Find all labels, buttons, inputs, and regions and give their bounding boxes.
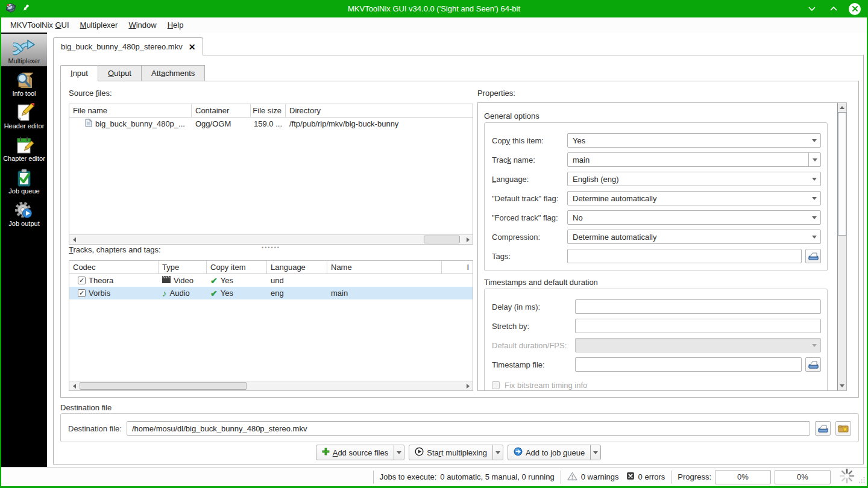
tags-label: Tags:: [492, 252, 564, 261]
file-tab-label: big_buck_bunny_480p_stereo.mkv: [61, 42, 183, 51]
action-buttons: Add source files: [54, 445, 863, 460]
properties-vscrollbar[interactable]: [837, 103, 846, 390]
input-page: Source files: File name Container File s…: [60, 81, 859, 398]
start-multiplexing-button[interactable]: Start multiplexing: [409, 445, 503, 460]
multiplexer-icon: [13, 39, 35, 57]
track-checkbox[interactable]: ✓: [78, 277, 86, 284]
track-row-vorbis[interactable]: ✓ Vorbis ♪ Audio ✔ Yes: [69, 287, 473, 299]
col-file-size: File size: [251, 104, 286, 117]
menu-mkvtoolnix-gui[interactable]: MKVToolNix GUI: [5, 19, 75, 31]
scroll-left-icon[interactable]: [69, 235, 79, 244]
tags-input[interactable]: [567, 249, 802, 263]
maximize-icon[interactable]: [827, 2, 840, 16]
delay-label: Delay (in ms):: [492, 302, 575, 311]
scroll-left-icon[interactable]: [69, 381, 79, 390]
blue-arrow-icon: [514, 447, 523, 458]
titlebar: MKVToolNix GUI v34.0.0 ('Sight and Seen'…: [0, 0, 868, 17]
browse-tags-button[interactable]: [805, 249, 821, 263]
track-codec: Vorbis: [89, 289, 110, 298]
progress-bar-total: 0%: [775, 470, 831, 484]
chevron-down-icon[interactable]: [808, 153, 820, 166]
col-file-name: File name: [69, 104, 192, 117]
minimize-icon[interactable]: [805, 2, 819, 16]
scroll-right-icon[interactable]: [463, 235, 473, 244]
compression-combo[interactable]: Determine automatically: [567, 230, 821, 244]
source-files-table: File name Container File size Directory: [69, 104, 473, 245]
track-row-theora[interactable]: ✓ Theora: [69, 274, 473, 287]
window-title: MKVToolNix GUI v34.0.0 ('Sight and Seen'…: [0, 4, 868, 13]
tracks-label: Tracks, chapters and tags:: [69, 245, 161, 254]
source-file-row[interactable]: big_buck_bunny_480p_... Ogg/OGM 159.0 ..…: [69, 117, 473, 130]
multiplexer-pane: Input Output Attachments Source files: F…: [53, 55, 864, 465]
browse-destination-button[interactable]: [815, 421, 831, 436]
timestamp-file-label: Timestamp file:: [492, 360, 571, 369]
col-id: I: [442, 261, 473, 274]
check-icon: ✔: [210, 277, 218, 285]
menu-multiplexer[interactable]: Multiplexer: [75, 19, 124, 31]
scroll-thumb[interactable]: [838, 112, 846, 236]
tab-attachments[interactable]: Attachments: [142, 65, 205, 81]
forced-track-flag-combo[interactable]: No: [567, 210, 821, 225]
pin-icon[interactable]: [22, 4, 30, 14]
menu-window[interactable]: Window: [123, 19, 162, 31]
track-checkbox[interactable]: ✓: [78, 289, 86, 297]
sidebar-item-job-queue[interactable]: Job queue: [1, 164, 47, 196]
language-combo[interactable]: English (eng): [567, 172, 821, 186]
tracks-hscrollbar[interactable]: [69, 381, 473, 390]
chevron-down-icon: [808, 344, 820, 347]
source-file-name: big_buck_bunny_480p_...: [95, 119, 185, 128]
source-files-header: File name Container File size Directory: [69, 104, 473, 117]
source-file-directory: /ftp/pub/rip/mkv/big-buck-bunny: [286, 119, 473, 128]
file-tab[interactable]: big_buck_bunny_480p_stereo.mkv ✕: [53, 37, 203, 55]
tab-output[interactable]: Output: [98, 65, 142, 81]
chevron-down-icon[interactable]: [394, 445, 404, 460]
default-track-flag-combo[interactable]: Determine automatically: [567, 191, 821, 205]
sidebar-item-header-editor[interactable]: Header editor: [1, 99, 47, 131]
tab-close-icon[interactable]: ✕: [189, 42, 196, 52]
destination-file-input[interactable]: [127, 421, 810, 436]
tool-sidebar: Multiplexer Info tool: [1, 33, 47, 467]
browse-timestamp-button[interactable]: [805, 357, 821, 372]
menu-help[interactable]: Help: [162, 19, 189, 31]
jobs-value: 0 automatic, 5 manual, 0 running: [440, 472, 554, 481]
scroll-thumb[interactable]: [80, 382, 247, 390]
track-copy-item: Yes: [221, 276, 233, 285]
stretch-by-input[interactable]: [575, 319, 821, 333]
source-file-container: Ogg/OGM: [192, 119, 251, 128]
sidebar-item-chapter-editor[interactable]: Chapter editor: [1, 131, 47, 164]
close-icon[interactable]: [849, 3, 861, 15]
destination-group: Destination file:: [60, 413, 859, 442]
scroll-down-icon[interactable]: [838, 381, 846, 390]
chevron-down-icon[interactable]: [590, 445, 600, 460]
app-logo-icon: [5, 2, 16, 15]
stretch-by-label: Stretch by:: [492, 322, 575, 331]
scroll-up-icon[interactable]: [838, 103, 846, 112]
sidebar-item-job-output[interactable]: Job output: [1, 196, 47, 229]
scroll-thumb[interactable]: [424, 236, 460, 243]
spinner-icon: [839, 468, 855, 486]
track-name-combo[interactable]: main: [567, 152, 821, 167]
sidebar-item-multiplexer[interactable]: Multiplexer: [1, 34, 47, 66]
copy-this-item-combo[interactable]: Yes: [567, 133, 821, 148]
header-editor-icon: [14, 103, 34, 122]
copy-this-item-label: Copy this item:: [492, 136, 567, 145]
chevron-down-icon: [808, 216, 820, 219]
timestamps-title: Timestamps and default duration: [484, 278, 598, 287]
resize-grip[interactable]: [857, 475, 867, 486]
timestamp-file-input[interactable]: [575, 357, 802, 372]
delay-input[interactable]: [575, 299, 821, 314]
sidebar-item-info-tool[interactable]: Info tool: [1, 66, 47, 99]
add-source-files-button[interactable]: Add source files: [316, 445, 405, 460]
chevron-down-icon: [808, 236, 820, 239]
tab-input[interactable]: Input: [60, 65, 98, 81]
forced-track-flag-label: "Forced track" flag:: [492, 213, 567, 222]
source-files-hscrollbar[interactable]: [69, 234, 473, 244]
chevron-down-icon[interactable]: [492, 445, 503, 460]
favorite-folder-button[interactable]: [835, 421, 851, 436]
job-output-icon: [14, 201, 34, 220]
sidebar-item-label: Multiplexer: [8, 57, 40, 64]
check-icon: ✔: [210, 289, 218, 298]
add-to-job-queue-button[interactable]: Add to job queue: [508, 445, 601, 460]
scroll-right-icon[interactable]: [463, 381, 473, 390]
sidebar-item-label: Chapter editor: [3, 155, 45, 162]
